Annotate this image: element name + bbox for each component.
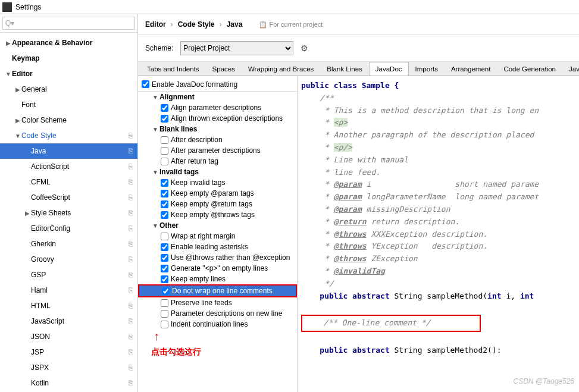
tab-code-generation[interactable]: Code Generation [497,62,562,76]
option-group-invalid-tags[interactable]: ▼Invalid tags [138,167,297,177]
option-label: Use @throws rather than @exception [171,253,290,262]
copy-icon: ⎘ [129,379,133,387]
breadcrumb-item[interactable]: Editor [145,20,166,29]
tab-javadoc[interactable]: JavaDoc [369,62,409,76]
sidebar-item-java[interactable]: Java⎘ [0,143,137,159]
option-wrap-at-right-margin[interactable]: Wrap at right margin [138,231,297,242]
sidebar-item-jspx[interactable]: JSPX⎘ [0,360,137,375]
tab-tabs-and-indents[interactable]: Tabs and Indents [140,62,206,76]
sidebar-item-haml[interactable]: Haml⎘ [0,283,137,298]
checkbox[interactable] [161,104,168,112]
checkbox[interactable] [161,243,168,251]
search-input[interactable] [2,17,135,30]
checkbox[interactable] [161,233,168,240]
option-indent-continuation-lines[interactable]: Indent continuation lines [138,319,297,330]
checkbox[interactable] [161,310,168,318]
option-keep-empty-param-tags[interactable]: Keep empty @param tags [138,188,297,199]
checkbox[interactable] [161,321,168,328]
checkbox[interactable] [161,136,168,144]
checkbox[interactable] [161,190,168,197]
checkbox[interactable] [161,115,168,123]
option-keep-empty-throws-tags[interactable]: Keep empty @throws tags [138,209,297,220]
checkbox[interactable] [161,275,168,283]
option-label: Align thrown exception descriptions [171,114,283,123]
option-label: Generate "<p>" on empty lines [171,264,268,272]
sidebar-item-json[interactable]: JSON⎘ [0,329,137,344]
checkbox[interactable] [161,179,168,187]
sidebar-item-label: Style Sheets [31,209,71,217]
breadcrumb-item[interactable]: Code Style [178,20,215,29]
option-enable-leading-asterisks[interactable]: Enable leading asterisks [138,242,297,252]
breadcrumb-item[interactable]: Java [227,20,243,29]
option-use-throws-rather-than-exception[interactable]: Use @throws rather than @exception [138,252,297,263]
sidebar-item-jsp[interactable]: JSP⎘ [0,344,137,360]
option-do-not-wrap-one-line-comments[interactable]: Do not wrap one line comments [139,286,296,296]
option-group-blank-lines[interactable]: ▼Blank lines [138,124,297,134]
option-preserve-line-feeds[interactable]: Preserve line feeds [138,297,297,308]
option-generate-p-on-empty-lines[interactable]: Generate "<p>" on empty lines [138,263,297,274]
sidebar-item-coffeescript[interactable]: CoffeeScript⎘ [0,190,137,205]
options-panel: Enable JavaDoc formatting▼AlignmentAlign… [138,76,298,392]
tab-imports[interactable]: Imports [409,62,445,76]
scheme-label: Scheme: [145,44,173,52]
option-label: Do not wrap one line comments [172,287,273,295]
sidebar-item-html[interactable]: HTML⎘ [0,298,137,313]
checkbox[interactable] [162,287,170,295]
option-enable-javadoc[interactable]: Enable JavaDoc formatting [138,79,297,92]
option-after-return-tag[interactable]: After return tag [138,156,297,167]
breadcrumb-sep: › [171,20,173,29]
sidebar-item-font[interactable]: Font [0,97,137,112]
sidebar-item-gsp[interactable]: GSP⎘ [0,267,137,283]
sidebar-item-label: ActionScript [31,162,69,171]
sidebar-item-actionscript[interactable]: ActionScript⎘ [0,159,137,174]
gear-icon[interactable]: ⚙ [301,43,308,53]
sidebar-item-color-scheme[interactable]: ▶Color Scheme [0,112,137,128]
sidebar-item-label: Java [31,147,46,155]
annotation-text: 点击勾选这行 [138,343,297,361]
option-align-thrown-exception-descriptions[interactable]: Align thrown exception descriptions [138,113,297,124]
sidebar-item-style-sheets[interactable]: ▶Style Sheets⎘ [0,205,137,221]
settings-tree[interactable]: ▶Appearance & BehaviorKeymap▼Editor▶Gene… [0,33,137,392]
checkbox[interactable] [161,158,168,165]
option-keep-empty-return-tags[interactable]: Keep empty @return tags [138,199,297,209]
sidebar-item-cfml[interactable]: CFML⎘ [0,174,137,190]
app-icon [2,2,12,12]
checkbox[interactable] [161,211,168,219]
tab-arrangement[interactable]: Arrangement [445,62,497,76]
copy-icon: ⎘ [129,162,133,171]
option-keep-invalid-tags[interactable]: Keep invalid tags [138,177,297,188]
sidebar-item-groovy[interactable]: Groovy⎘ [0,252,137,267]
option-group-alignment[interactable]: ▼Alignment [138,92,297,102]
sidebar-item-label: Font [21,101,36,109]
tab-wrapping-and-braces[interactable]: Wrapping and Braces [242,62,320,76]
sidebar-item-javascript[interactable]: JavaScript⎘ [0,313,137,329]
tab-java-ee-na[interactable]: Java EE Na [562,62,579,76]
option-align-parameter-descriptions[interactable]: Align parameter descriptions [138,102,297,113]
option-after-description[interactable]: After description [138,134,297,145]
option-group-other[interactable]: ▼Other [138,220,297,231]
sidebar-item-kotlin[interactable]: Kotlin⎘ [0,375,137,391]
option-keep-empty-lines[interactable]: Keep empty lines [138,274,297,284]
checkbox[interactable] [161,254,168,262]
tab-spaces[interactable]: Spaces [206,62,242,76]
scheme-select[interactable]: Project Project [180,41,293,55]
checkbox[interactable] [161,200,168,208]
sidebar-item-label: Groovy [31,255,54,264]
checkbox[interactable] [161,299,168,307]
tab-blank-lines[interactable]: Blank Lines [320,62,368,76]
option-label: After return tag [171,157,218,165]
option-parameter-descriptions-on-new-line[interactable]: Parameter descriptions on new line [138,308,297,319]
sidebar-item-general[interactable]: ▶General [0,81,137,97]
checkbox[interactable] [142,80,149,88]
content-pane: Editor › Code Style › Java 📋 For current… [138,14,579,392]
option-after-parameter-descriptions[interactable]: After parameter descriptions [138,145,297,156]
chevron-down-icon: ▼ [151,94,159,101]
sidebar-item-appearance-behavior[interactable]: ▶Appearance & Behavior [0,35,137,51]
sidebar-item-gherkin[interactable]: Gherkin⎘ [0,236,137,252]
checkbox[interactable] [161,147,168,155]
sidebar-item-code-style[interactable]: ▼Code Style⎘ [0,128,137,143]
sidebar-item-editorconfig[interactable]: EditorConfig⎘ [0,221,137,236]
sidebar-item-keymap[interactable]: Keymap [0,51,137,66]
sidebar-item-editor[interactable]: ▼Editor [0,66,137,81]
checkbox[interactable] [161,265,168,272]
